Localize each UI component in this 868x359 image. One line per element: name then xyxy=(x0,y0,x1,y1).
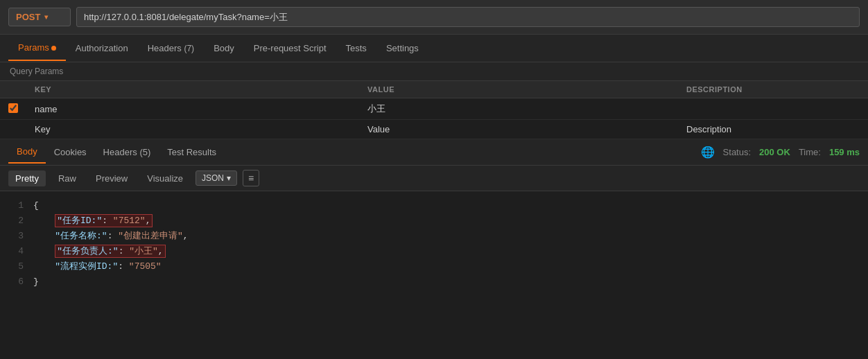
table-row: name 小王 xyxy=(0,98,868,120)
code-line-5: 5 "流程实例ID:": "7505" xyxy=(10,259,858,274)
line-num-6: 6 xyxy=(10,274,24,290)
line-content-1: { xyxy=(33,198,858,213)
tab-tests[interactable]: Tests xyxy=(336,36,376,60)
time-label: Time: xyxy=(799,147,821,157)
request-tabs-row: Params Authorization Headers (7) Body Pr… xyxy=(0,35,868,62)
placeholder-row: Key Value Description xyxy=(0,120,868,139)
placeholder-value[interactable]: Value xyxy=(359,120,678,139)
params-dot xyxy=(51,46,56,51)
globe-icon: 🌐 xyxy=(701,146,715,159)
body-format-row: Pretty Raw Preview Visualize JSON ▾ ≡ xyxy=(0,166,868,191)
placeholder-desc[interactable]: Description xyxy=(678,120,868,139)
line-num-4: 4 xyxy=(10,244,24,259)
format-tab-raw[interactable]: Raw xyxy=(51,170,83,186)
line-content-5: "流程实例ID:": "7505" xyxy=(33,259,858,274)
line-content-6: } xyxy=(33,274,858,290)
line-num-5: 5 xyxy=(10,259,24,274)
headers-badge: (7) xyxy=(184,44,194,53)
method-select[interactable]: POST ▾ xyxy=(8,8,71,26)
response-headers-badge: (5) xyxy=(139,147,150,157)
url-bar: POST ▾ xyxy=(0,0,868,35)
params-table: KEY VALUE DESCRIPTION name 小王 Key Value … xyxy=(0,81,868,139)
json-chevron-icon: ▾ xyxy=(227,173,231,183)
status-label: Status: xyxy=(723,147,751,157)
col-value: VALUE xyxy=(359,81,678,98)
code-area: 1 { 2 "任务ID:": "7512", 3 "任务名称:": "创建出差申… xyxy=(0,191,868,297)
section-query-params: Query Params xyxy=(0,62,868,81)
code-line-4: 4 "任务负责人:": "小王", xyxy=(10,244,858,259)
chevron-down-icon: ▾ xyxy=(44,13,48,21)
tab-response-headers[interactable]: Headers (5) xyxy=(95,141,159,163)
placeholder-key[interactable]: Key xyxy=(26,120,359,139)
placeholder-checkbox-cell xyxy=(0,120,26,139)
col-description: DESCRIPTION xyxy=(678,81,868,98)
row-description[interactable] xyxy=(678,98,868,120)
tab-cookies[interactable]: Cookies xyxy=(46,141,95,163)
status-value: 200 OK xyxy=(759,147,790,157)
tab-response-body[interactable]: Body xyxy=(8,141,46,164)
line-num-3: 3 xyxy=(10,229,24,244)
code-line-6: 6 } xyxy=(10,274,858,290)
tab-authorization[interactable]: Authorization xyxy=(66,36,138,60)
line-content-3: "任务名称:": "创建出差申请", xyxy=(33,229,858,244)
row-value[interactable]: 小王 xyxy=(359,98,678,120)
tab-headers[interactable]: Headers (7) xyxy=(138,36,204,60)
tab-params[interactable]: Params xyxy=(8,35,66,61)
code-line-2: 2 "任务ID:": "7512", xyxy=(10,213,858,229)
tab-body-req[interactable]: Body xyxy=(204,36,244,60)
code-highlight-4: "任务负责人:": "小王", xyxy=(55,245,165,258)
line-num-2: 2 xyxy=(10,213,24,229)
row-checkbox-cell[interactable] xyxy=(0,98,26,120)
wrap-button[interactable]: ≡ xyxy=(243,170,259,186)
status-area: 🌐 Status: 200 OK Time: 159 ms xyxy=(701,146,860,159)
code-line-1: 1 { xyxy=(10,198,858,213)
format-tab-preview[interactable]: Preview xyxy=(89,170,134,186)
json-format-select[interactable]: JSON ▾ xyxy=(196,170,237,186)
line-content-2: "任务ID:": "7512", xyxy=(33,213,858,229)
row-key[interactable]: name xyxy=(26,98,359,120)
tab-test-results[interactable]: Test Results xyxy=(159,141,225,163)
format-tab-pretty[interactable]: Pretty xyxy=(8,170,46,186)
tab-prerequest[interactable]: Pre-request Script xyxy=(244,36,336,60)
line-content-4: "任务负责人:": "小王", xyxy=(33,244,858,259)
format-tab-visualize[interactable]: Visualize xyxy=(140,170,190,186)
code-highlight-2: "任务ID:": "7512", xyxy=(55,214,153,227)
url-input[interactable] xyxy=(76,7,860,27)
col-key: KEY xyxy=(26,81,359,98)
method-label: POST xyxy=(16,12,40,22)
row-checkbox[interactable] xyxy=(8,103,18,113)
col-checkbox xyxy=(0,81,26,98)
tab-settings[interactable]: Settings xyxy=(376,36,428,60)
response-tabs-row: Body Cookies Headers (5) Test Results 🌐 … xyxy=(0,139,868,166)
time-value: 159 ms xyxy=(829,147,860,157)
line-num-1: 1 xyxy=(10,198,24,213)
code-line-3: 3 "任务名称:": "创建出差申请", xyxy=(10,229,858,244)
